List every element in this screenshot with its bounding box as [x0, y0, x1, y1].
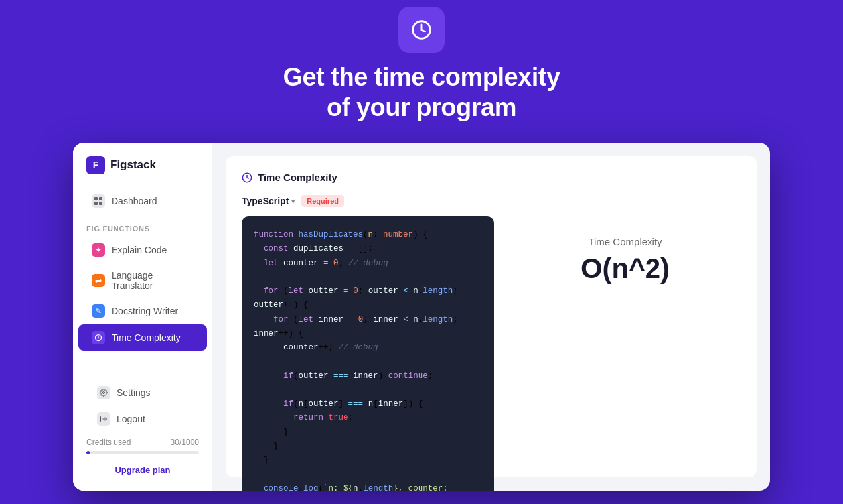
time-complexity-icon	[92, 331, 105, 344]
svg-rect-3	[94, 202, 98, 205]
logout-label: Logout	[117, 414, 145, 424]
logout-icon	[97, 412, 110, 426]
time-complexity-label: Time Complexity	[112, 332, 181, 343]
code-line-3: let counter = 0; // debug	[254, 257, 482, 271]
hero-icon-wrapper	[398, 7, 445, 53]
explain-code-icon: ✦	[92, 243, 105, 257]
result-panel: Time Complexity O(n^2)	[510, 216, 741, 304]
dashboard-label: Dashboard	[112, 196, 157, 206]
code-line-2: const duplicates = [];	[254, 242, 482, 256]
code-line-6: for (let inner = 0; inner < n.length; in…	[254, 313, 482, 342]
svg-rect-4	[99, 202, 102, 205]
sidebar-bottom: Settings Logout Credits used 30/1000	[73, 379, 212, 477]
language-selector[interactable]: TypeScript ▾	[242, 196, 295, 206]
sidebar: F Figstack Dashboard FIG FUNCTIONS ✦ Exp…	[73, 143, 212, 491]
main-content: Time Complexity TypeScript ▾ Required fu…	[212, 143, 770, 491]
hero-section: Get the time complexity of your program	[0, 0, 843, 153]
code-line-11: if(n[outter] === n[inner]) {	[254, 397, 482, 411]
code-line-17: console.log(`n: ${n.length}, counter: ${…	[254, 482, 482, 491]
sidebar-item-time-complexity[interactable]: Time Complexity	[78, 324, 207, 351]
credits-text: Credits used	[86, 438, 131, 447]
credits-section: Credits used 30/1000	[78, 432, 207, 462]
panel-title: Time Complexity	[258, 172, 337, 183]
dashboard-icon	[92, 194, 105, 208]
sidebar-item-explain-code[interactable]: ✦ Explain Code	[78, 237, 207, 263]
chevron-down-icon: ▾	[291, 198, 295, 205]
credits-bar-bg	[86, 451, 199, 454]
panel-header: Time Complexity	[242, 172, 741, 183]
upgrade-plan-button[interactable]: Upgrade plan	[78, 462, 207, 477]
sidebar-logo: F Figstack	[73, 156, 212, 188]
sidebar-item-settings[interactable]: Settings	[84, 379, 202, 406]
code-line-12: return true;	[254, 411, 482, 425]
hero-title: Get the time complexity of your program	[283, 62, 560, 123]
code-line-7: counter++; // debug	[254, 341, 482, 355]
svg-rect-1	[94, 197, 98, 200]
code-line-4	[254, 271, 482, 284]
app-window: F Figstack Dashboard FIG FUNCTIONS ✦ Exp…	[73, 143, 770, 491]
code-line-9: if(outter === inner) continue;	[254, 369, 482, 383]
sidebar-item-dashboard[interactable]: Dashboard	[78, 188, 207, 214]
docstring-writer-icon: ✎	[92, 304, 105, 318]
language-value: TypeScript	[242, 196, 289, 206]
logo-name: Figstack	[110, 158, 156, 172]
code-line-1: function hasDuplicates(n: number) {	[254, 228, 482, 242]
svg-rect-2	[99, 197, 102, 200]
clock-icon	[411, 19, 432, 40]
required-badge: Required	[301, 195, 344, 207]
code-line-5: for (let outter = 0; outter < n.length; …	[254, 284, 482, 313]
language-translator-icon: ⇌	[92, 274, 105, 287]
settings-label: Settings	[117, 387, 151, 398]
code-line-15: }	[254, 454, 482, 468]
code-line-10	[254, 383, 482, 397]
settings-icon	[97, 386, 110, 399]
logo-icon: F	[86, 156, 105, 174]
sidebar-item-docstring-writer[interactable]: ✎ Docstring Writer	[78, 298, 207, 324]
docstring-writer-label: Docstring Writer	[112, 306, 178, 316]
panel: Time Complexity TypeScript ▾ Required fu…	[226, 156, 757, 477]
sidebar-item-logout[interactable]: Logout	[84, 406, 202, 432]
credits-bar-fill	[86, 451, 90, 454]
fig-functions-label: FIG FUNCTIONS	[73, 214, 212, 237]
credits-label-row: Credits used 30/1000	[86, 438, 199, 447]
content-row: function hasDuplicates(n: number) { cons…	[242, 216, 741, 491]
language-translator-label: Language Translator	[112, 270, 194, 291]
code-line-8	[254, 355, 482, 369]
code-editor[interactable]: function hasDuplicates(n: number) { cons…	[242, 216, 494, 491]
language-row: TypeScript ▾ Required	[242, 195, 741, 207]
explain-code-label: Explain Code	[112, 245, 167, 255]
code-line-13: }	[254, 426, 482, 440]
result-label: Time Complexity	[588, 236, 662, 247]
sidebar-item-language-translator[interactable]: ⇌ Language Translator	[78, 263, 207, 298]
code-line-14: }	[254, 440, 482, 454]
panel-clock-icon	[242, 172, 252, 183]
credits-count: 30/1000	[171, 438, 199, 447]
svg-point-6	[103, 392, 105, 394]
code-line-16	[254, 468, 482, 481]
result-value: O(n^2)	[581, 253, 670, 284]
